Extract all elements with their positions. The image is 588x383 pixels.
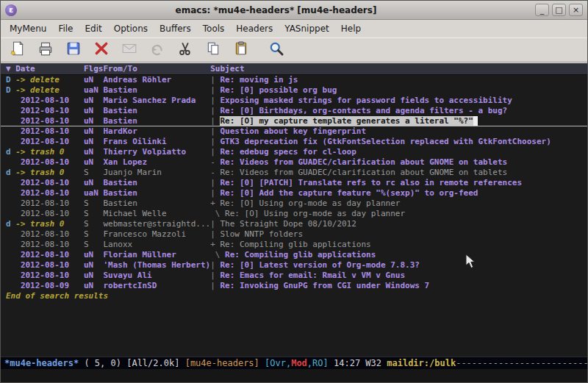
minimize-button[interactable]: _ bbox=[535, 4, 549, 16]
header-col-flags[interactable]: Flgs bbox=[84, 64, 104, 74]
header-col-from[interactable]: From/To bbox=[103, 64, 210, 74]
flags-cell: uaN bbox=[84, 188, 104, 198]
header-row[interactable]: 2012-08-10 uaN Bastien | Re: [0] Add the… bbox=[1, 188, 587, 198]
menubar: MyMenuFileEditOptionsBuffersToolsHeaders… bbox=[1, 20, 587, 37]
flags-cell: uaN bbox=[84, 85, 104, 95]
header-col-subject[interactable]: Subject bbox=[210, 64, 244, 74]
subject-cell: Re: Videos from GUADEC/clarification abo… bbox=[220, 168, 507, 177]
paste-button[interactable] bbox=[232, 40, 251, 60]
print-button[interactable] bbox=[36, 40, 55, 60]
header-row[interactable]: 2012-08-10 S Bastien + Re: [O] Using org… bbox=[1, 198, 587, 209]
header-row[interactable]: d -> trash 0 S Juanjo Marin - Re: Videos… bbox=[1, 168, 587, 178]
thread-indicator: | bbox=[210, 229, 220, 239]
menu-item-headers[interactable]: Headers bbox=[230, 21, 279, 36]
subject-cell: Re: Compiling glib applications bbox=[225, 250, 376, 259]
flags-cell: uN bbox=[84, 106, 104, 115]
date-cell: 2012-08-10 bbox=[21, 116, 69, 126]
subject-cell: Slow NNTP folders bbox=[220, 229, 303, 239]
flags-cell: uN bbox=[84, 116, 104, 126]
envelope-button bbox=[120, 40, 139, 60]
save-icon bbox=[65, 40, 82, 60]
new-file-icon bbox=[10, 40, 26, 60]
header-row[interactable]: 2012-08-10 S Francesco Mazzoli | Slow NN… bbox=[1, 229, 587, 240]
date-cell: 2012-08-10 bbox=[21, 178, 69, 187]
from-cell: Bastien bbox=[103, 188, 210, 198]
paste-icon bbox=[233, 40, 249, 60]
search-button[interactable] bbox=[267, 40, 286, 60]
menu-item-help[interactable]: Help bbox=[335, 21, 367, 36]
minibuffer[interactable] bbox=[1, 369, 587, 382]
menu-item-file[interactable]: File bbox=[52, 21, 79, 36]
thread-indicator: | bbox=[210, 219, 220, 229]
flags-cell: S bbox=[84, 168, 104, 177]
modeline-segment: ( 5, 0) [All/2.0k] bbox=[79, 358, 185, 368]
header-row[interactable]: 2012-08-09 uN robertcInSD | Re: Invoking… bbox=[1, 281, 587, 291]
flags-cell: uN bbox=[84, 260, 104, 270]
modeline[interactable]: *mu4e-headers* ( 5, 0) [All/2.0k] [mu4e-… bbox=[1, 357, 587, 369]
save-button[interactable] bbox=[64, 40, 83, 60]
subject-cell: GTK3 deprecation fix (GtkFontSelection r… bbox=[220, 137, 551, 146]
titlebar[interactable]: ε emacs: *mu4e-headers* [mu4e-headers] _… bbox=[1, 1, 587, 20]
mark-flag: d bbox=[6, 168, 15, 177]
new-file-button[interactable] bbox=[8, 40, 27, 60]
thread-indicator: - bbox=[210, 168, 220, 177]
header-row[interactable]: 2012-08-10 uN Bastien | Re: [0] Birthday… bbox=[1, 106, 587, 116]
menu-item-edit[interactable]: Edit bbox=[79, 21, 108, 36]
header-line: ▼ Date FlgsFrom/To Subject bbox=[1, 63, 587, 75]
thread-indicator: | bbox=[210, 178, 220, 187]
header-row[interactable]: 2012-08-10 uN HardKor | Question about k… bbox=[1, 126, 587, 137]
emacs-frame: ▼ Date FlgsFrom/To Subject D -> delete u… bbox=[1, 62, 587, 382]
emacs-window: ε emacs: *mu4e-headers* [mu4e-headers] _… bbox=[0, 0, 588, 383]
date-cell: 2012-08-10 bbox=[21, 198, 69, 208]
close-button[interactable]: × bbox=[569, 4, 583, 16]
undo-icon bbox=[149, 40, 165, 60]
menu-item-yasnippet[interactable]: YASnippet bbox=[279, 21, 335, 36]
date-cell: 2012-08-10 bbox=[21, 229, 69, 239]
subject-cell: Question about key fingerprint bbox=[220, 126, 366, 136]
from-cell: HardKor bbox=[103, 126, 210, 136]
date-cell: 2012-08-10 bbox=[21, 137, 69, 146]
cut-button[interactable] bbox=[176, 40, 195, 60]
from-cell: Florian Müllner bbox=[103, 250, 210, 259]
header-row[interactable]: 2012-08-10 uN Frans Oilinki | GTK3 depre… bbox=[1, 137, 587, 147]
thread-indicator: | bbox=[210, 147, 220, 157]
thread-indicator: | bbox=[210, 126, 220, 136]
header-row[interactable]: d -> trash 0 S webmaster@straightd...| T… bbox=[1, 219, 587, 229]
modeline-segment bbox=[259, 358, 265, 368]
subject-cell: Re: [0] Latest version of Org-mode 7.8.3… bbox=[220, 260, 420, 270]
header-row[interactable]: 2012-08-10 S Michael Welle \ Re: [O] Usi… bbox=[1, 209, 587, 219]
header-row[interactable]: 2012-08-10 uN Florian Müllner \ Re: Comp… bbox=[1, 250, 587, 260]
emacs-icon: ε bbox=[5, 4, 17, 16]
menu-item-buffers[interactable]: Buffers bbox=[154, 21, 197, 36]
maximize-button[interactable]: □ bbox=[552, 4, 566, 16]
header-row[interactable]: 2012-08-10 uN Suvayu Ali | Re: Emacs for… bbox=[1, 271, 587, 281]
header-row[interactable]: 2012-08-10 uN 'Mash (Thomas Herbert)| Re… bbox=[1, 260, 587, 271]
date-cell: 2012-08-10 bbox=[21, 157, 69, 167]
flags-cell: uN bbox=[84, 147, 104, 157]
menu-item-mymenu[interactable]: MyMenu bbox=[4, 21, 52, 36]
mark-action: -> trash 0 bbox=[15, 219, 64, 229]
menu-item-tools[interactable]: Tools bbox=[197, 21, 231, 36]
header-row[interactable]: 2012-08-10 uN Mario Sanchez Prada | Expo… bbox=[1, 96, 587, 106]
header-row[interactable]: 2012-08-10 uN Bastien | Re: [0] [PATCH] … bbox=[1, 178, 587, 188]
header-row[interactable]: 2012-08-10 S Lanoxx + Re: Compiling glib… bbox=[1, 240, 587, 250]
header-row[interactable]: 2012-08-10 uN Bastien | Re: [O] my captu… bbox=[1, 116, 587, 126]
close-buffer-button[interactable] bbox=[92, 40, 111, 60]
thread-indicator: | bbox=[210, 106, 220, 115]
from-cell: 'Mash (Thomas Herbert) bbox=[103, 260, 210, 270]
header-row[interactable]: 2012-08-10 uN Xan Lopez - Re: Videos fro… bbox=[1, 157, 587, 168]
subject-cell: Re: [0] possible org bug bbox=[220, 85, 337, 95]
copy-button[interactable] bbox=[204, 40, 223, 60]
menu-item-options[interactable]: Options bbox=[108, 21, 154, 36]
header-row[interactable]: D -> delete uN Andreas Röhler | Re: movi… bbox=[1, 75, 587, 85]
cut-icon bbox=[177, 40, 193, 60]
undo-button bbox=[148, 40, 167, 60]
thread-indicator: + bbox=[210, 198, 220, 208]
header-row[interactable]: d -> trash 0 uN Thierry Volpiatto | Re: … bbox=[1, 147, 587, 157]
thread-indicator: | bbox=[210, 75, 220, 85]
from-cell: webmaster@straightd... bbox=[103, 219, 210, 229]
from-cell: Bastien bbox=[103, 106, 210, 115]
header-col-date[interactable]: ▼ Date bbox=[6, 64, 84, 74]
date-cell: 2012-08-10 bbox=[21, 209, 69, 218]
header-row[interactable]: D -> delete uaN Bastien | Re: [0] possib… bbox=[1, 85, 587, 96]
